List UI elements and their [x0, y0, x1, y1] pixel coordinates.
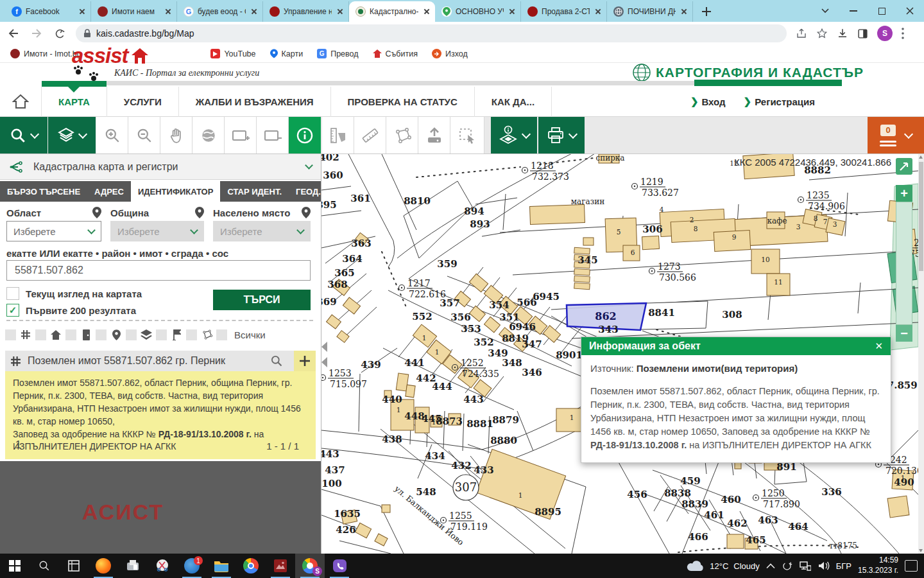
draw-polygon-button[interactable]: [386, 117, 418, 153]
reload-icon[interactable]: [50, 24, 69, 43]
zoom-box-out-button[interactable]: [257, 117, 289, 153]
tray-chevron-up-icon[interactable]: [766, 563, 775, 569]
tab-kadastralno-active[interactable]: Кадастрално-а: [349, 1, 435, 22]
scroll-down-arrow[interactable]: [919, 549, 923, 552]
tab-close-icon[interactable]: [164, 7, 173, 16]
window-minimize-button[interactable]: [839, 0, 868, 22]
taskbar-scanner-app[interactable]: [118, 554, 148, 578]
zoom-in-tool-button[interactable]: [96, 117, 128, 153]
keyboard-language[interactable]: БГР: [836, 561, 851, 571]
filter-checkbox[interactable]: [156, 329, 167, 340]
map-building[interactable]: [530, 205, 585, 225]
weather-widget[interactable]: 12°CCloudy: [687, 560, 760, 572]
back-icon[interactable]: [4, 24, 23, 43]
tab-close-icon[interactable]: [594, 7, 603, 16]
filter-checkbox[interactable]: [216, 329, 227, 340]
nav-zhalbi[interactable]: ЖАЛБИ И ВЪЗРАЖЕНИЯ: [178, 87, 330, 117]
result-add-button[interactable]: [294, 351, 316, 371]
map-building[interactable]: [574, 276, 590, 283]
map-building[interactable]: [583, 238, 594, 245]
login-link[interactable]: ❯Вход: [690, 96, 726, 107]
map-building[interactable]: [574, 268, 590, 276]
select-features-button[interactable]: [450, 117, 484, 153]
current-view-checkbox-row[interactable]: Текущ изглед на картата: [6, 287, 142, 300]
measure-area-button[interactable]: [322, 117, 354, 153]
map-building[interactable]: [327, 315, 341, 329]
tab-close-icon[interactable]: [422, 7, 431, 16]
tab-upravlenie[interactable]: Управление на: [263, 1, 349, 22]
search-tool-button[interactable]: [0, 117, 47, 153]
notification-center-icon[interactable]: [905, 560, 918, 572]
url-bar[interactable]: kais.cadastre.bg/bg/Map: [76, 24, 787, 42]
map-zoom-slider[interactable]: [896, 202, 912, 325]
filter-checkbox[interactable]: [186, 329, 197, 340]
layer-info-tool-button[interactable]: [491, 117, 537, 153]
layer-select-dropdown[interactable]: Кадастрална карта и регистри: [0, 154, 321, 180]
layers-tool-button[interactable]: [48, 117, 96, 153]
zoom-box-in-button[interactable]: [225, 117, 257, 153]
taskbar-firefox[interactable]: [89, 554, 118, 578]
nav-kak-da[interactable]: КАК ДА...: [474, 87, 552, 117]
reading-list-icon[interactable]: [857, 28, 868, 39]
close-icon[interactable]: ✕: [875, 340, 883, 352]
nav-proverka[interactable]: ПРОВЕРКА НА СТАТУС: [330, 87, 474, 117]
filter-checkbox[interactable]: [35, 329, 46, 340]
map-building[interactable]: [355, 523, 371, 538]
tab-imoti-naem[interactable]: Имоти наем: [91, 1, 177, 22]
oblast-select[interactable]: Изберете: [6, 221, 101, 241]
download-icon[interactable]: [837, 28, 848, 39]
taskbar-chrome-profile-active[interactable]: S: [295, 554, 325, 578]
tab-star-ident[interactable]: СТАР ИДЕНТ.: [220, 181, 289, 202]
volume-icon[interactable]: [817, 561, 830, 571]
forward-icon[interactable]: [27, 24, 46, 43]
map-building[interactable]: [642, 236, 659, 249]
order-queue-button[interactable]: 0: [868, 117, 924, 153]
checkbox-unchecked[interactable]: [6, 287, 19, 300]
map-building[interactable]: [735, 462, 741, 469]
first200-checkbox-row[interactable]: ✓ Първите 200 резултата: [6, 304, 136, 317]
map-building[interactable]: [382, 505, 390, 512]
taskbar-clock[interactable]: 14:59 15.3.2023 г.: [858, 556, 898, 575]
map-building[interactable]: [574, 283, 590, 290]
naseleno-select-disabled[interactable]: Изберете: [213, 221, 311, 241]
update-icon[interactable]: [782, 561, 792, 572]
taskbar-snipping-tool[interactable]: [148, 554, 177, 578]
nav-uslugi[interactable]: УСЛУГИ: [107, 87, 178, 117]
map-building[interactable]: [484, 317, 501, 332]
map-building[interactable]: [727, 534, 744, 548]
tab-close-icon[interactable]: [250, 7, 259, 16]
upload-button[interactable]: [418, 117, 450, 153]
print-tool-button[interactable]: [538, 117, 585, 153]
menu-dots-icon[interactable]: [902, 28, 904, 39]
tab-adres[interactable]: АДРЕС: [87, 181, 131, 202]
tab-close-icon[interactable]: [78, 7, 87, 16]
measure-distance-button[interactable]: [354, 117, 386, 153]
search-submit-button[interactable]: ТЪРСИ: [213, 290, 311, 310]
taskbar-viber[interactable]: [325, 554, 354, 578]
new-tab-button[interactable]: [698, 3, 715, 20]
taskbar-file-explorer[interactable]: [207, 554, 236, 578]
fullscreen-button[interactable]: [896, 158, 912, 175]
profile-avatar[interactable]: S: [877, 26, 893, 41]
bookmark-star-icon[interactable]: [816, 28, 828, 39]
popup-header[interactable]: Информация за обект ✕: [581, 337, 891, 355]
bookmark-exit[interactable]: Изход: [432, 49, 468, 58]
map-building[interactable]: [343, 297, 360, 314]
obshtina-select-disabled[interactable]: Изберете: [110, 221, 204, 241]
map-building[interactable]: [375, 534, 388, 546]
taskbar-chrome[interactable]: [236, 554, 266, 578]
filter-checkbox[interactable]: [5, 329, 16, 340]
page-scrollbar[interactable]: [918, 154, 924, 554]
filter-checkbox[interactable]: [65, 329, 76, 340]
filter-checkbox[interactable]: [96, 329, 107, 340]
bookmark-translate[interactable]: G Превод: [317, 49, 358, 58]
map-building[interactable]: [469, 274, 488, 292]
tab-close-icon[interactable]: [508, 7, 517, 16]
sidebar-collapse-handle[interactable]: [321, 342, 327, 352]
network-icon[interactable]: [799, 561, 811, 571]
map-canvas[interactable]: 3074023603618958810894893магазинспиркака…: [321, 154, 918, 554]
tab-budev[interactable]: G будев еоод - G: [177, 1, 263, 22]
bookmark-events[interactable]: Събития: [373, 49, 418, 58]
map-zoom-in-button[interactable]: +: [896, 185, 912, 202]
identify-tool-button-active[interactable]: [289, 117, 321, 153]
